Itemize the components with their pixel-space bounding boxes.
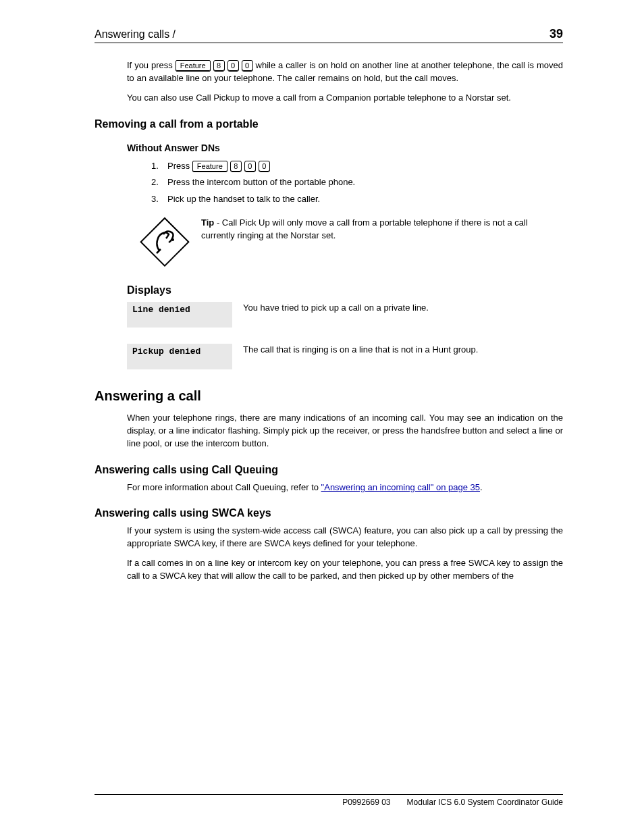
digit-key-8[interactable]: 8 (213, 60, 225, 72)
header-title: Answering calls / (95, 28, 176, 41)
display-screen: Pickup denied (127, 344, 232, 369)
footer-guide-title: Modular ICS 6.0 System Coordinator Guide (407, 798, 563, 807)
intro-paragraph-1: If you press Feature 8 0 0 while a calle… (127, 59, 563, 85)
heading-answering-call: Answering a call (95, 388, 563, 404)
heading-remove-call: Removing a call from a portable (95, 118, 563, 130)
svg-rect-0 (141, 218, 189, 266)
feature-key[interactable]: Feature (176, 60, 211, 72)
tip-text: Tip - Call Pick Up will only move a call… (201, 217, 563, 271)
display-row-line-denied: Line denied You have tried to pick up a … (127, 302, 563, 328)
footer-docid: P0992669 03 (342, 798, 390, 807)
display-desc: The call that is ringing is on a line th… (243, 344, 563, 369)
callqueue-paragraph: For more information about Call Queuing,… (127, 481, 563, 494)
digit-key-0b[interactable]: 0 (242, 60, 253, 72)
swca-paragraph-2: If a call comes in on a line key or inte… (127, 557, 563, 583)
digit-key-0[interactable]: 0 (227, 60, 239, 72)
display-desc: You have tried to pick up a call on a pr… (243, 302, 563, 328)
feature-key[interactable]: Feature (192, 161, 227, 172)
digit-key-8[interactable]: 8 (230, 161, 242, 172)
answer-paragraph: When your telephone rings, there are man… (127, 412, 563, 450)
heading-displays: Displays (127, 284, 563, 296)
tip-icon (139, 217, 190, 271)
step-1: 1. Press Feature 8 0 0 (151, 160, 563, 173)
display-row-pickup-denied: Pickup denied The call that is ringing i… (127, 344, 563, 369)
heading-call-queuing: Answering calls using Call Queuing (95, 464, 563, 476)
svg-point-1 (171, 238, 174, 241)
digit-key-0[interactable]: 0 (244, 161, 256, 172)
swca-paragraph-1: If your system is using the system-wide … (127, 525, 563, 550)
intro-paragraph-2: You can also use Call Pickup to move a c… (127, 92, 563, 105)
digit-key-0b[interactable]: 0 (259, 161, 270, 172)
heading-swca: Answering calls using SWCA keys (95, 507, 563, 519)
display-screen: Line denied (127, 302, 232, 328)
step-3: 3. Pick up the handset to talk to the ca… (151, 193, 563, 206)
header-page-number: 39 (549, 27, 563, 41)
heading-without-answer-dns: Without Answer DNs (127, 142, 563, 153)
step-2: 2. Press the intercom button of the port… (151, 176, 563, 189)
link-answering-incoming[interactable]: "Answering an incoming call" on page 35 (321, 482, 480, 492)
